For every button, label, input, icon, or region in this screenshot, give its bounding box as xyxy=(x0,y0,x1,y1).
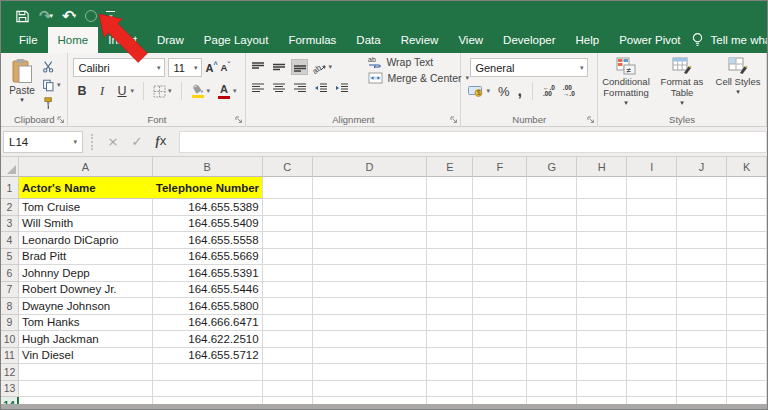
cell-E11[interactable] xyxy=(427,348,473,365)
cell-G12[interactable] xyxy=(527,364,577,381)
cell-D2[interactable] xyxy=(313,199,428,216)
cell-F1[interactable] xyxy=(473,177,527,199)
column-header-A[interactable]: A xyxy=(19,157,153,177)
cell-I9[interactable] xyxy=(627,315,677,332)
cell-K10[interactable] xyxy=(727,331,767,348)
cell-J5[interactable] xyxy=(677,249,727,266)
cell-E9[interactable] xyxy=(427,315,473,332)
cell-B8[interactable]: 164.655.5800 xyxy=(153,298,263,315)
cell-H2[interactable] xyxy=(577,199,627,216)
row-header-8[interactable]: 8 xyxy=(1,298,19,315)
cell-A2[interactable]: Tom Cruise xyxy=(19,199,153,216)
cell-A7[interactable]: Robert Downey Jr. xyxy=(19,282,153,299)
cell-K2[interactable] xyxy=(727,199,767,216)
cell-G6[interactable] xyxy=(527,265,577,282)
cell-A5[interactable]: Brad Pitt xyxy=(19,249,153,266)
cell-F10[interactable] xyxy=(473,331,527,348)
clipboard-dialog-launcher-icon[interactable] xyxy=(57,116,65,124)
cell-H13[interactable] xyxy=(577,381,627,398)
cell-K9[interactable] xyxy=(727,315,767,332)
column-header-I[interactable]: I xyxy=(627,157,677,177)
column-header-E[interactable]: E xyxy=(427,157,473,177)
insert-function-button[interactable]: fx xyxy=(149,134,173,149)
cell-H5[interactable] xyxy=(577,249,627,266)
row-header-1[interactable]: 1 xyxy=(1,177,19,199)
cell-G13[interactable] xyxy=(527,381,577,398)
cell-I8[interactable] xyxy=(627,298,677,315)
cell-G8[interactable] xyxy=(527,298,577,315)
row-header-12[interactable]: 12 xyxy=(1,364,19,381)
cell-D4[interactable] xyxy=(313,232,428,249)
cell-E3[interactable] xyxy=(427,216,473,233)
increase-font-size-button[interactable]: A^ xyxy=(205,61,217,74)
tab-view[interactable]: View xyxy=(448,27,493,53)
tab-help[interactable]: Help xyxy=(566,27,610,53)
cell-D3[interactable] xyxy=(313,216,428,233)
cell-C3[interactable] xyxy=(263,216,313,233)
cell-B5[interactable]: 164.655.5669 xyxy=(153,249,263,266)
cell-K1[interactable] xyxy=(727,177,767,199)
cell-B11[interactable]: 164.655.5712 xyxy=(153,348,263,365)
cell-J2[interactable] xyxy=(677,199,727,216)
row-header-10[interactable]: 10 xyxy=(1,331,19,348)
cell-G1[interactable] xyxy=(527,177,577,199)
wrap-text-button[interactable]: ab Wrap Text xyxy=(368,56,469,68)
cell-E2[interactable] xyxy=(427,199,473,216)
tab-file[interactable]: File xyxy=(9,27,48,53)
cell-I7[interactable] xyxy=(627,282,677,299)
merge-center-button[interactable]: Merge & Center ▾ xyxy=(368,72,469,84)
cell-C12[interactable] xyxy=(263,364,313,381)
cell-G3[interactable] xyxy=(527,216,577,233)
column-header-D[interactable]: D xyxy=(313,157,428,177)
tell-me-box[interactable]: Tell me what you want to xyxy=(691,27,767,53)
cell-F13[interactable] xyxy=(473,381,527,398)
cell-J7[interactable] xyxy=(677,282,727,299)
cell-J13[interactable] xyxy=(677,381,727,398)
percent-style-button[interactable]: % xyxy=(498,84,510,99)
cell-D9[interactable] xyxy=(313,315,428,332)
top-align-button[interactable] xyxy=(249,59,266,75)
bold-button[interactable]: B xyxy=(75,85,88,98)
cell-G4[interactable] xyxy=(527,232,577,249)
tab-review[interactable]: Review xyxy=(391,27,449,53)
cell-B4[interactable]: 164.655.5558 xyxy=(153,232,263,249)
cell-E5[interactable] xyxy=(427,249,473,266)
cell-D1[interactable] xyxy=(313,177,428,199)
cell-C2[interactable] xyxy=(263,199,313,216)
cell-C9[interactable] xyxy=(263,315,313,332)
cell-G10[interactable] xyxy=(527,331,577,348)
cell-C8[interactable] xyxy=(263,298,313,315)
accounting-format-button[interactable]: $ ▾ xyxy=(468,84,490,99)
tab-data[interactable]: Data xyxy=(346,27,390,53)
cell-G9[interactable] xyxy=(527,315,577,332)
font-size-select[interactable]: 11 ▾ xyxy=(168,58,202,77)
cell-D11[interactable] xyxy=(313,348,428,365)
cell-G7[interactable] xyxy=(527,282,577,299)
underline-button[interactable]: U ▾ xyxy=(115,84,134,99)
cell-J12[interactable] xyxy=(677,364,727,381)
cell-F5[interactable] xyxy=(473,249,527,266)
cell-B3[interactable]: 164.655.5409 xyxy=(153,216,263,233)
cell-D8[interactable] xyxy=(313,298,428,315)
cell-I6[interactable] xyxy=(627,265,677,282)
row-header-6[interactable]: 6 xyxy=(1,265,19,282)
cell-K3[interactable] xyxy=(727,216,767,233)
cell-A4[interactable]: Leonardo DiCaprio xyxy=(19,232,153,249)
align-center-button[interactable] xyxy=(270,80,287,96)
alignment-dialog-launcher-icon[interactable] xyxy=(450,116,458,124)
cell-G5[interactable] xyxy=(527,249,577,266)
cell-B13[interactable] xyxy=(153,381,263,398)
cell-D5[interactable] xyxy=(313,249,428,266)
borders-button[interactable]: ▾ xyxy=(153,84,172,99)
cell-B10[interactable]: 164.622.2510 xyxy=(153,331,263,348)
column-header-J[interactable]: J xyxy=(677,157,727,177)
cell-E10[interactable] xyxy=(427,331,473,348)
cell-E4[interactable] xyxy=(427,232,473,249)
cell-K6[interactable] xyxy=(727,265,767,282)
cell-C11[interactable] xyxy=(263,348,313,365)
row-header-5[interactable]: 5 xyxy=(1,249,19,266)
cell-H1[interactable] xyxy=(577,177,627,199)
cell-J8[interactable] xyxy=(677,298,727,315)
cell-H4[interactable] xyxy=(577,232,627,249)
cell-C13[interactable] xyxy=(263,381,313,398)
